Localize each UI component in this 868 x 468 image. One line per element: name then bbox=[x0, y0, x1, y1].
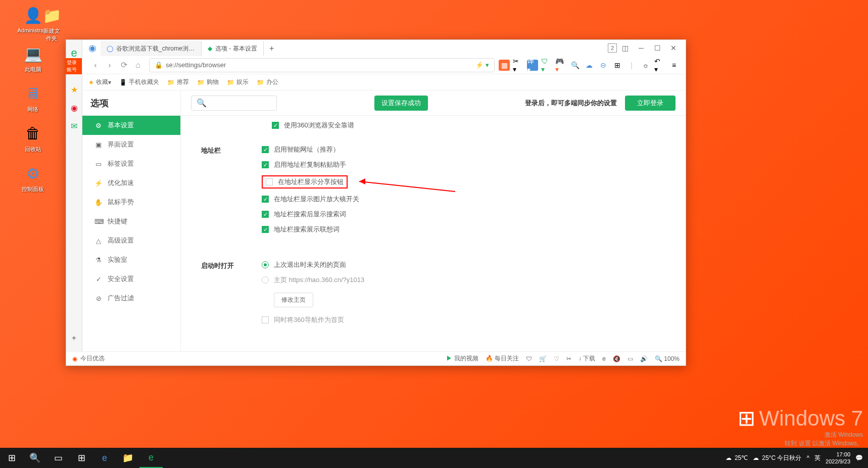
option-search-term[interactable]: 地址栏搜索后显示搜索词 bbox=[262, 210, 665, 219]
option-homepage[interactable]: 主页 https://hao.360.cn/?y1013 bbox=[262, 275, 665, 285]
nav-adblock[interactable]: ⊘广告过滤 bbox=[82, 289, 180, 308]
maximize-button[interactable]: ☐ bbox=[649, 41, 665, 55]
back-button[interactable]: ‹ bbox=[88, 58, 103, 72]
option-share-button[interactable]: 在地址栏显示分享按钮 bbox=[262, 175, 665, 189]
notification-icon[interactable]: 💬 bbox=[855, 454, 863, 461]
dock-star-icon[interactable]: ★ bbox=[68, 83, 80, 96]
radio-icon bbox=[262, 276, 269, 284]
start-button[interactable]: ⊞ bbox=[0, 448, 23, 468]
home-button[interactable]: ⌂ bbox=[131, 58, 145, 72]
mute-icon[interactable]: 🔇 bbox=[613, 355, 620, 362]
ie-mode-icon[interactable]: e bbox=[602, 355, 606, 362]
bookmark-office[interactable]: 📁办公 bbox=[257, 78, 278, 86]
bookmark-fav[interactable]: ★收藏 ▾ bbox=[88, 78, 111, 86]
nav-security[interactable]: ✓安全设置 bbox=[82, 269, 180, 289]
desktop-icon-control[interactable]: ⚙ 控制面板 bbox=[5, 163, 61, 193]
bookmark-entertainment[interactable]: 📁娱乐 bbox=[227, 78, 249, 86]
scissors-icon[interactable]: ✂ ▾ bbox=[513, 60, 524, 71]
option-restore-tabs[interactable]: 上次退出时未关闭的页面 bbox=[262, 260, 665, 269]
cut-icon[interactable]: ✂ bbox=[566, 355, 571, 362]
tab-add-button[interactable]: + bbox=[264, 41, 280, 56]
download-link[interactable]: ↓ 下载 bbox=[578, 354, 595, 363]
login-button[interactable]: 立即登录 bbox=[625, 96, 676, 111]
daily-link[interactable]: 🔥 每日关注 bbox=[486, 354, 519, 363]
icon-label: 回收站 bbox=[25, 146, 41, 153]
reload-button[interactable]: ⟳ bbox=[117, 58, 131, 72]
heart-icon[interactable]: ♡ bbox=[554, 355, 559, 362]
compass-icon[interactable]: ◉ bbox=[88, 42, 97, 54]
section-startup: 启动时打开 上次退出时未关闭的页面 主页 https://hao.360.cn/… bbox=[201, 260, 665, 331]
game-icon[interactable]: 🎮 ▾ bbox=[555, 60, 566, 71]
phone-icon: 📱 bbox=[119, 79, 127, 86]
360-taskbar-icon[interactable]: e bbox=[139, 448, 163, 468]
grid-icon[interactable]: ⊞ bbox=[612, 60, 623, 71]
translate-icon[interactable]: 译 ▾ bbox=[527, 60, 538, 71]
nav-tabs[interactable]: ▭标签设置 bbox=[82, 154, 180, 173]
desktop-icon-pc[interactable]: 💻 此电脑 bbox=[5, 43, 61, 73]
bookmark-shopping[interactable]: 📁购物 bbox=[197, 78, 219, 86]
minimize-button[interactable]: ─ bbox=[633, 41, 649, 55]
tab-chrome[interactable]: ◯ 谷歌浏览器下载_chrome浏览器官 bbox=[101, 41, 202, 56]
task-view-button[interactable]: ▭ bbox=[46, 448, 70, 468]
nav-basic[interactable]: ⚙基本设置 bbox=[82, 116, 180, 135]
video-link[interactable]: ▶ 我的视频 bbox=[446, 354, 478, 363]
option-safe-360[interactable]: 使用360浏览器安全靠谱 bbox=[272, 121, 665, 130]
ie-taskbar-icon[interactable]: e bbox=[93, 448, 116, 468]
ext-orange-icon[interactable]: ▦ bbox=[499, 60, 510, 71]
undo-icon[interactable]: ↶ ▾ bbox=[654, 60, 665, 71]
dock-add-icon[interactable]: + bbox=[68, 332, 80, 344]
modify-homepage-button[interactable]: 修改主页 bbox=[274, 293, 313, 307]
desktop-icon-recycle[interactable]: 🗑 回收站 bbox=[5, 123, 61, 153]
login-badge[interactable]: 登录账号 bbox=[65, 58, 82, 74]
desktop-icon-newfolder[interactable]: 📁 新建文件夹 bbox=[41, 5, 62, 42]
today-pick-icon[interactable]: ◉ bbox=[72, 355, 77, 362]
pause-icon[interactable]: ⊝ bbox=[598, 60, 609, 71]
address-input[interactable]: 🔒 se://settings/browser ⚡ ▾ bbox=[149, 58, 495, 72]
nav-optimize[interactable]: ⚡优化加速 bbox=[82, 173, 180, 193]
nav-interface[interactable]: ▣界面设置 bbox=[82, 135, 180, 154]
today-pick[interactable]: 今日优选 bbox=[80, 354, 105, 363]
weather-widget-2[interactable]: ☁ 25°C 今日秋分 bbox=[753, 454, 801, 462]
window-count-badge[interactable]: 2 bbox=[608, 43, 617, 53]
forward-button[interactable]: › bbox=[103, 58, 117, 72]
dock-logo-icon[interactable]: e bbox=[68, 47, 80, 59]
system-clock[interactable]: 17:00 2022/9/23 bbox=[826, 451, 850, 465]
ime-indicator[interactable]: 英 bbox=[814, 454, 821, 462]
desktop-icon-network[interactable]: 🖥 网络 bbox=[5, 83, 61, 113]
tab-settings[interactable]: ◆ 选项 - 基本设置 bbox=[202, 41, 264, 56]
cloud-icon[interactable]: ☁ bbox=[584, 60, 595, 71]
menu-icon[interactable]: ≡ bbox=[668, 60, 680, 71]
theme-icon[interactable]: ☼ bbox=[640, 60, 651, 71]
option-paste-helper[interactable]: 启用地址栏复制粘贴助手 bbox=[262, 160, 665, 169]
zoom-level[interactable]: 🔍 100% bbox=[655, 355, 680, 362]
cart-icon[interactable]: 🛒 bbox=[539, 355, 547, 362]
search-ext-icon[interactable]: 🔍 bbox=[569, 60, 581, 71]
search-button[interactable]: 🔍 bbox=[23, 448, 46, 468]
bookmark-mobile[interactable]: 📱手机收藏夹 bbox=[119, 78, 159, 86]
nav-advanced[interactable]: △高级设置 bbox=[82, 231, 180, 250]
shield-status-icon[interactable]: 🛡 bbox=[526, 355, 532, 362]
shield-icon[interactable]: 🛡 ▾ bbox=[541, 60, 552, 71]
checkbox-icon bbox=[272, 122, 279, 129]
sound-icon[interactable]: 🔊 bbox=[640, 355, 648, 362]
lightning-icon[interactable]: ⚡ ▾ bbox=[475, 61, 489, 69]
dock-mail-icon[interactable]: ✉ bbox=[68, 120, 80, 132]
bookmark-recommend[interactable]: 📁推荐 bbox=[167, 78, 189, 86]
option-360-nav[interactable]: 同时将360导航作为首页 bbox=[262, 315, 665, 324]
settings-main[interactable]: 使用360浏览器安全靠谱 地址栏 启用智能网址（推荐） 启用地址栏复制粘贴助手 … bbox=[181, 116, 686, 365]
nav-shortcuts[interactable]: ⌨快捷键 bbox=[82, 212, 180, 231]
tray-chevron-icon[interactable]: ^ bbox=[806, 454, 809, 461]
dock-weibo-icon[interactable]: ◉ bbox=[68, 102, 80, 114]
nav-mouse[interactable]: ✋鼠标手势 bbox=[82, 193, 180, 212]
apps-button[interactable]: ⊞ bbox=[70, 448, 93, 468]
weather-widget-1[interactable]: ☁ 25℃ bbox=[726, 454, 748, 461]
note-icon[interactable]: ▭ bbox=[628, 355, 633, 362]
nav-lab[interactable]: ⚗实验室 bbox=[82, 250, 180, 269]
explorer-taskbar-icon[interactable]: 📁 bbox=[116, 448, 139, 468]
close-button[interactable]: ✕ bbox=[665, 41, 682, 55]
skin-icon[interactable]: ◫ bbox=[617, 41, 633, 55]
option-magnifier[interactable]: 在地址栏显示图片放大镜开关 bbox=[262, 195, 665, 204]
option-smart-url[interactable]: 启用智能网址（推荐） bbox=[262, 145, 665, 154]
option-suggestions[interactable]: 地址栏搜索展示联想词 bbox=[262, 225, 665, 234]
settings-search-input[interactable]: 🔍 bbox=[191, 96, 277, 111]
